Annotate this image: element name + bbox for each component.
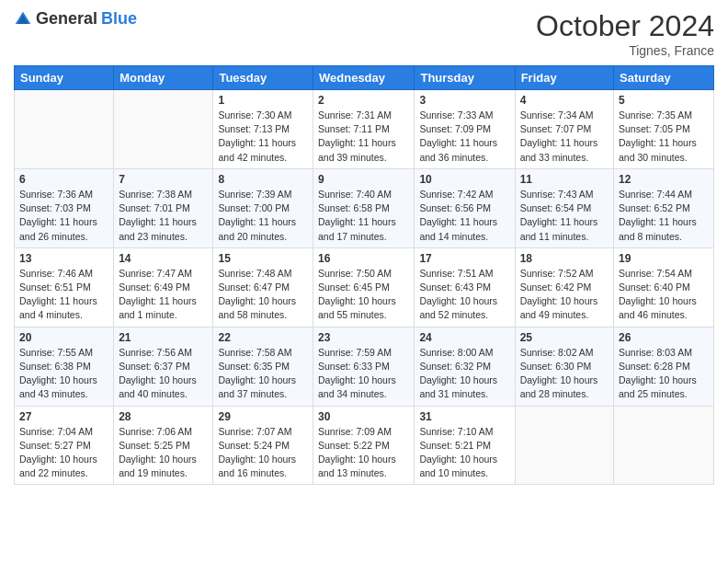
sunrise-text: Sunrise: 7:54 AM: [619, 267, 709, 281]
daylight-text: Daylight: 10 hours and 10 minutes.: [419, 453, 509, 480]
sunrise-text: Sunrise: 7:43 AM: [520, 188, 609, 201]
header-thursday: Thursday: [415, 66, 515, 90]
sunrise-text: Sunrise: 7:58 AM: [218, 346, 308, 360]
daylight-text: Daylight: 10 hours and 49 minutes.: [520, 294, 609, 322]
daylight-text: Daylight: 10 hours and 37 minutes.: [218, 373, 308, 401]
daylight-text: Daylight: 11 hours and 4 minutes.: [19, 294, 108, 322]
sunset-text: Sunset: 6:35 PM: [218, 360, 308, 373]
daylight-text: Daylight: 10 hours and 40 minutes.: [119, 373, 208, 401]
table-row: 7Sunrise: 7:38 AMSunset: 7:01 PMDaylight…: [114, 168, 213, 247]
day-info: Sunrise: 7:35 AMSunset: 7:05 PMDaylight:…: [619, 109, 709, 165]
day-number: 6: [19, 173, 108, 186]
day-info: Sunrise: 7:04 AMSunset: 5:27 PMDaylight:…: [19, 425, 108, 481]
table-row: 31Sunrise: 7:10 AMSunset: 5:21 PMDayligh…: [415, 406, 515, 485]
day-number: 13: [19, 252, 108, 265]
day-number: 3: [419, 94, 509, 107]
sunset-text: Sunset: 6:51 PM: [19, 281, 108, 294]
day-info: Sunrise: 7:59 AMSunset: 6:33 PMDaylight:…: [318, 346, 409, 402]
day-info: Sunrise: 7:52 AMSunset: 6:42 PMDaylight:…: [520, 267, 609, 323]
day-info: Sunrise: 7:10 AMSunset: 5:21 PMDaylight:…: [419, 425, 509, 481]
sunset-text: Sunset: 5:21 PM: [419, 439, 509, 453]
table-row: 1Sunrise: 7:30 AMSunset: 7:13 PMDaylight…: [213, 90, 313, 169]
day-info: Sunrise: 7:51 AMSunset: 6:43 PMDaylight:…: [419, 267, 509, 323]
day-number: 26: [619, 331, 709, 344]
day-info: Sunrise: 7:43 AMSunset: 6:54 PMDaylight:…: [520, 188, 609, 244]
day-info: Sunrise: 7:44 AMSunset: 6:52 PMDaylight:…: [619, 188, 709, 244]
day-number: 25: [520, 331, 609, 344]
daylight-text: Daylight: 10 hours and 34 minutes.: [318, 373, 409, 401]
daylight-text: Daylight: 11 hours and 42 minutes.: [218, 136, 308, 164]
sunrise-text: Sunrise: 7:07 AM: [218, 425, 308, 439]
sunset-text: Sunset: 7:07 PM: [520, 122, 609, 136]
sunrise-text: Sunrise: 7:33 AM: [419, 109, 509, 122]
sunrise-text: Sunrise: 8:00 AM: [419, 346, 509, 360]
week-row-5: 27Sunrise: 7:04 AMSunset: 5:27 PMDayligh…: [15, 406, 714, 485]
sunrise-text: Sunrise: 7:34 AM: [520, 109, 609, 122]
table-row: 13Sunrise: 7:46 AMSunset: 6:51 PMDayligh…: [15, 247, 114, 327]
sunset-text: Sunset: 7:13 PM: [218, 122, 308, 136]
day-info: Sunrise: 7:54 AMSunset: 6:40 PMDaylight:…: [619, 267, 709, 323]
sunrise-text: Sunrise: 8:02 AM: [520, 346, 609, 360]
calendar-container: GeneralBlue October 2024 Tignes, France …: [0, 0, 728, 563]
day-number: 7: [119, 173, 208, 186]
table-row: [614, 406, 714, 485]
day-number: 27: [19, 410, 108, 423]
sunset-text: Sunset: 7:09 PM: [419, 122, 509, 136]
sunrise-text: Sunrise: 7:55 AM: [19, 346, 108, 360]
table-row: 4Sunrise: 7:34 AMSunset: 7:07 PMDaylight…: [515, 90, 613, 169]
table-row: 12Sunrise: 7:44 AMSunset: 6:52 PMDayligh…: [614, 168, 714, 247]
day-info: Sunrise: 7:09 AMSunset: 5:22 PMDaylight:…: [318, 425, 409, 481]
sunrise-text: Sunrise: 7:31 AM: [318, 109, 409, 122]
sunrise-text: Sunrise: 7:04 AM: [19, 425, 108, 439]
sunrise-text: Sunrise: 7:38 AM: [119, 188, 208, 201]
table-row: 16Sunrise: 7:50 AMSunset: 6:45 PMDayligh…: [313, 247, 415, 327]
sunrise-text: Sunrise: 7:51 AM: [419, 267, 509, 281]
daylight-text: Daylight: 11 hours and 14 minutes.: [419, 215, 509, 243]
sunrise-text: Sunrise: 7:44 AM: [619, 188, 709, 201]
sunset-text: Sunset: 5:24 PM: [218, 439, 308, 453]
sunset-text: Sunset: 6:33 PM: [318, 360, 409, 373]
table-row: 28Sunrise: 7:06 AMSunset: 5:25 PMDayligh…: [114, 406, 213, 485]
header-wednesday: Wednesday: [313, 66, 415, 90]
table-row: 9Sunrise: 7:40 AMSunset: 6:58 PMDaylight…: [313, 168, 415, 247]
daylight-text: Daylight: 10 hours and 55 minutes.: [318, 294, 409, 322]
table-row: 15Sunrise: 7:48 AMSunset: 6:47 PMDayligh…: [213, 247, 313, 327]
day-number: 8: [218, 173, 308, 186]
logo: GeneralBlue: [14, 9, 137, 29]
table-row: 11Sunrise: 7:43 AMSunset: 6:54 PMDayligh…: [515, 168, 613, 247]
sunset-text: Sunset: 7:00 PM: [218, 201, 308, 215]
daylight-text: Daylight: 10 hours and 13 minutes.: [318, 453, 409, 480]
day-number: 24: [419, 331, 509, 344]
day-number: 19: [619, 252, 709, 265]
sunrise-text: Sunrise: 7:40 AM: [318, 188, 409, 201]
day-number: 28: [119, 410, 208, 423]
sunrise-text: Sunrise: 7:35 AM: [619, 109, 709, 122]
day-number: 1: [218, 94, 308, 107]
day-info: Sunrise: 7:07 AMSunset: 5:24 PMDaylight:…: [218, 425, 308, 481]
logo-icon: [14, 10, 32, 29]
sunset-text: Sunset: 6:47 PM: [218, 281, 308, 294]
day-number: 20: [19, 331, 108, 344]
daylight-text: Daylight: 11 hours and 8 minutes.: [619, 215, 709, 243]
sunrise-text: Sunrise: 8:03 AM: [619, 346, 709, 360]
table-row: 19Sunrise: 7:54 AMSunset: 6:40 PMDayligh…: [614, 247, 714, 327]
day-info: Sunrise: 7:40 AMSunset: 6:58 PMDaylight:…: [318, 188, 409, 244]
table-row: [515, 406, 613, 485]
sunrise-text: Sunrise: 7:50 AM: [318, 267, 409, 281]
table-row: [15, 90, 114, 169]
sunset-text: Sunset: 7:05 PM: [619, 122, 709, 136]
day-info: Sunrise: 7:58 AMSunset: 6:35 PMDaylight:…: [218, 346, 308, 402]
week-row-3: 13Sunrise: 7:46 AMSunset: 6:51 PMDayligh…: [15, 247, 714, 327]
table-row: 17Sunrise: 7:51 AMSunset: 6:43 PMDayligh…: [415, 247, 515, 327]
week-row-2: 6Sunrise: 7:36 AMSunset: 7:03 PMDaylight…: [15, 168, 714, 247]
day-info: Sunrise: 7:38 AMSunset: 7:01 PMDaylight:…: [119, 188, 208, 244]
day-info: Sunrise: 7:33 AMSunset: 7:09 PMDaylight:…: [419, 109, 509, 165]
day-info: Sunrise: 8:03 AMSunset: 6:28 PMDaylight:…: [619, 346, 709, 402]
sunset-text: Sunset: 6:49 PM: [119, 281, 208, 294]
table-row: 24Sunrise: 8:00 AMSunset: 6:32 PMDayligh…: [415, 327, 515, 406]
day-info: Sunrise: 7:31 AMSunset: 7:11 PMDaylight:…: [318, 109, 409, 165]
table-row: 26Sunrise: 8:03 AMSunset: 6:28 PMDayligh…: [614, 327, 714, 406]
day-number: 12: [619, 173, 709, 186]
day-info: Sunrise: 7:47 AMSunset: 6:49 PMDaylight:…: [119, 267, 208, 323]
day-number: 18: [520, 252, 609, 265]
